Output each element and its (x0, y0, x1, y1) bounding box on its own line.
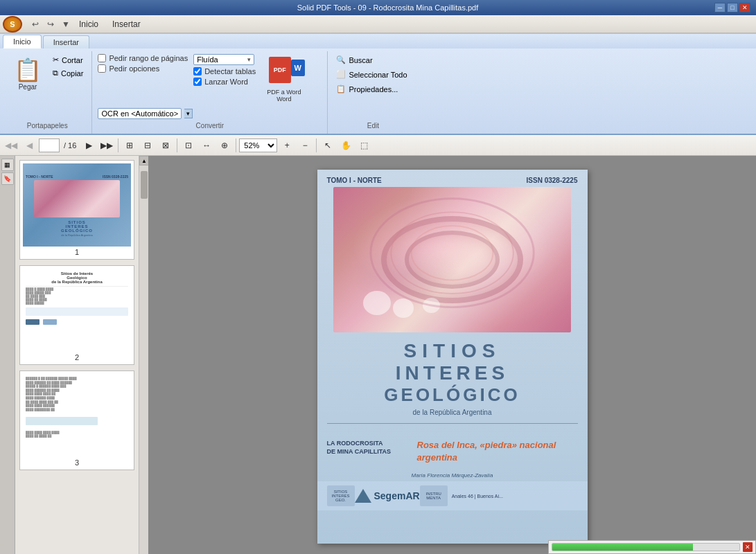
svg-point-0 (371, 199, 534, 307)
page-number-input[interactable]: 1 (39, 138, 60, 152)
copy-button[interactable]: ⧉ Copiar (50, 67, 86, 79)
cursor-tool-button[interactable]: ↖ (319, 137, 336, 154)
geologico-title: GEOLÓGICO (327, 384, 578, 406)
last-page-button[interactable]: ▶▶ (98, 137, 115, 154)
convertir-content: Pedir rango de páginas Pedir opciones Fl… (98, 54, 322, 119)
paste-icon: 📋 (14, 57, 42, 83)
paste-label: Pegar (19, 83, 37, 91)
cut-button[interactable]: ✂ Cortar (50, 54, 86, 66)
menu-bar: S ↩ ↪ ▼ Inicio Insertar (0, 15, 756, 33)
pdf-cover-photo (333, 187, 571, 332)
mine-label: LA RODOCROSITA DE MINA CAPILLITAS (327, 439, 410, 456)
convertir-label: Convertir (98, 120, 322, 131)
checkbox-pedir-rango[interactable]: Pedir rango de páginas (98, 54, 188, 62)
view-mode-1-button[interactable]: ⊞ (121, 137, 138, 154)
quick-access-dropdown[interactable]: ▼ (60, 18, 72, 30)
pdf-word-label: PDF a Word Word (267, 89, 301, 102)
progress-bar-container: ✕ (548, 540, 756, 554)
view-mode-3-button[interactable]: ⊠ (157, 137, 174, 154)
paste-button[interactable]: 📋 Pegar (8, 54, 47, 93)
checkbox-lanzar-word[interactable]: Lanzar Word (193, 78, 256, 86)
marquee-tool-button[interactable]: ⬚ (355, 137, 372, 154)
progress-bar-track (552, 543, 740, 551)
checkbox-detectar-tablas[interactable]: Detectar tablas (193, 67, 256, 75)
checkbox-pedir-opciones[interactable]: Pedir opciones (98, 64, 188, 73)
ocr-dropdown[interactable]: OCR en <Automático> (98, 108, 182, 119)
progress-bar-fill (552, 544, 693, 551)
page-total: / 16 (61, 141, 79, 150)
view-mode-2-button[interactable]: ⊟ (139, 137, 156, 154)
segemar-text: SegemAR (374, 490, 420, 501)
side-tool-strip: ▦ 🔖 (0, 156, 15, 554)
redo-button[interactable]: ↪ (44, 18, 57, 30)
zoom-out-button[interactable]: − (297, 137, 313, 154)
sidebar-scroll-up[interactable]: ▲ (139, 156, 149, 166)
ribbon-group-edit: 🔍 Buscar ⬜ Seleccionar Todo 📋 Propiedade… (328, 51, 418, 134)
thumbnail-2[interactable]: Sitios de InterésGeológicode la Repúblic… (19, 265, 134, 365)
thumbnail-view-tool[interactable]: ▦ (1, 159, 14, 171)
fit-width-button[interactable]: ↔ (198, 137, 215, 154)
zoom-in-button[interactable]: + (279, 137, 295, 154)
detectar-tablas-checkbox[interactable] (193, 67, 202, 75)
fluida-dropdown-arrow: ▾ (247, 56, 251, 63)
thumbnail-2-image: Sitios de InterésGeológicode la Repúblic… (23, 269, 131, 352)
lanzar-word-checkbox[interactable] (193, 78, 202, 86)
segemar-triangle-icon (355, 489, 371, 503)
cut-copy-col: ✂ Cortar ⧉ Copiar (50, 54, 86, 79)
select-all-icon: ⬜ (336, 70, 346, 79)
separator-3 (236, 138, 236, 152)
edit-content: 🔍 Buscar ⬜ Seleccionar Todo 📋 Propiedade… (333, 54, 412, 119)
portapapeles-content: 📋 Pegar ✂ Cortar ⧉ Copiar (8, 54, 86, 119)
bookmarks-tool[interactable]: 🔖 (1, 172, 14, 185)
sitios-small-logo: SITIOSINTERESGEO. (327, 485, 355, 506)
sidebar-vscroll[interactable]: ▲ ▼ (139, 156, 148, 554)
maximize-button[interactable]: □ (727, 3, 738, 12)
fit-page-button[interactable]: ⊡ (180, 137, 197, 154)
edit-label: Edit (333, 120, 412, 131)
thumbnail-1[interactable]: TOMO I - NORTE ISSN 0328-2225 SITIOSINTE… (19, 160, 134, 260)
quick-access-toolbar: ↩ ↪ ▼ (29, 18, 72, 30)
tab-insertar[interactable]: Insertar (43, 35, 89, 48)
pdf-viewer[interactable]: SITIOS DE INTERES GEOLÓGICO SITIOS DE IN… (148, 156, 756, 554)
pdf-cover-header: TOMO I - NORTE ISSN 0328-2225 (317, 170, 588, 187)
minimize-button[interactable]: ─ (714, 3, 726, 12)
thumb-p2-logos (26, 317, 128, 327)
thumbnail-3-image: ██████ █ ██ ██████ █████ ████ ████ █████… (23, 374, 131, 457)
sidebar-outer: ▦ 🔖 TOMO I - NORTE ISSN 0328-2225 SI (0, 156, 148, 554)
thumb-cover-1: TOMO I - NORTE ISSN 0328-2225 SITIOSINTE… (23, 163, 131, 247)
fluida-dropdown-row: Fluída ▾ (193, 54, 256, 65)
pedir-opciones-checkbox[interactable] (98, 64, 106, 73)
bottom-bar-text: Anales 46 | Buenos Ai... (448, 494, 578, 499)
fluida-dropdown[interactable]: Fluída ▾ (193, 54, 254, 65)
properties-button[interactable]: 📋 Propiedades... (333, 83, 401, 95)
prev-page-button[interactable]: ◀ (21, 137, 37, 154)
actual-size-button[interactable]: ⊕ (216, 137, 233, 154)
cover-divider (327, 423, 578, 424)
next-page-button[interactable]: ▶ (80, 137, 97, 154)
main-area: ▦ 🔖 TOMO I - NORTE ISSN 0328-2225 SI (0, 156, 756, 554)
separator-4 (316, 138, 317, 152)
first-page-button[interactable]: ◀◀ (3, 137, 19, 154)
close-button[interactable]: ✕ (739, 3, 750, 12)
pedir-rango-checkbox[interactable] (98, 54, 106, 62)
pdf-to-word-button[interactable]: PDF → W PDF a Word Word (261, 54, 306, 105)
menu-insertar[interactable]: Insertar (105, 18, 148, 30)
select-all-button[interactable]: ⬜ Seleccionar Todo (333, 69, 410, 80)
thumb-page2-content: Sitios de InterésGeológicode la Repúblic… (23, 269, 131, 352)
separator-1 (118, 138, 118, 152)
buscar-button[interactable]: 🔍 Buscar (333, 54, 375, 66)
sidebar-scroll-track (139, 166, 148, 554)
thumb-cover-header: TOMO I - NORTE ISSN 0328-2225 (23, 173, 131, 180)
menu-inicio[interactable]: Inicio (72, 18, 105, 30)
ribbon-group-portapapeles: 📋 Pegar ✂ Cortar ⧉ Copiar Portapapeles (3, 51, 92, 134)
pdf-bottom-section: LA RODOCROSITA DE MINA CAPILLITAS Rosa d… (317, 434, 588, 470)
progress-close-button[interactable]: ✕ (743, 542, 753, 552)
hand-tool-button[interactable]: ✋ (337, 137, 354, 154)
title-bar: Solid PDF Tools - 09 - Rodocrosita Mina … (0, 0, 756, 15)
thumbnail-3[interactable]: ██████ █ ██ ██████ █████ ████ ████ █████… (19, 370, 134, 470)
zoom-selector[interactable]: 25% 33% 50% 52% 75% 100% 150% 200% (239, 138, 277, 152)
undo-button[interactable]: ↩ (29, 18, 42, 30)
pdf-subtitle: de la República Argentina (327, 409, 578, 416)
ocr-dropdown-arrow[interactable]: ▾ (184, 109, 193, 118)
tab-inicio[interactable]: Inicio (3, 35, 42, 48)
